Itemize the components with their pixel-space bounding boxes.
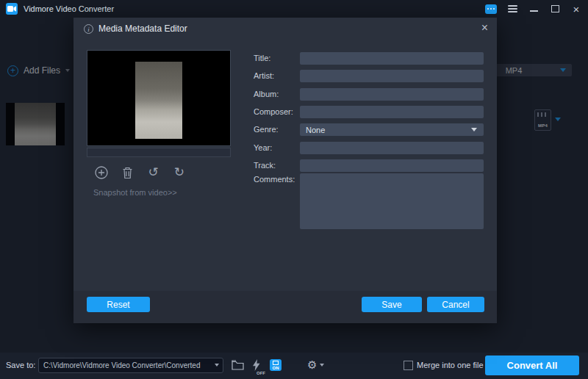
genre-label: Genre: xyxy=(254,123,279,136)
app-window: Vidmore Video Converter × + Add Files MP… xyxy=(0,0,588,379)
convert-all-button[interactable]: Convert All xyxy=(485,355,579,375)
dialog-close-icon[interactable]: × xyxy=(481,21,488,35)
cancel-button[interactable]: Cancel xyxy=(427,297,484,312)
track-input[interactable] xyxy=(300,159,484,172)
save-path-input[interactable] xyxy=(38,358,223,373)
snapshot-toolbar: ↺ ↻ xyxy=(94,164,187,181)
video-preview xyxy=(87,50,231,146)
year-label: Year: xyxy=(254,142,272,154)
feedback-icon[interactable] xyxy=(485,0,497,18)
artist-input[interactable] xyxy=(300,70,484,82)
snapshot-hint: Snapshot from video>> xyxy=(93,188,177,197)
save-to-label: Save to: xyxy=(6,361,35,369)
genre-caret-icon xyxy=(471,128,477,131)
comments-label: Comments: xyxy=(254,173,295,186)
close-button[interactable]: × xyxy=(570,0,582,18)
album-input[interactable] xyxy=(300,88,484,101)
settings-button[interactable]: ⚙ xyxy=(307,358,324,372)
genre-value: None xyxy=(304,126,325,134)
title-input[interactable] xyxy=(300,52,484,65)
rotate-right-icon[interactable]: ↻ xyxy=(172,165,187,181)
bottombar: Save to: OFF ON ⚙ Merge into one file Co… xyxy=(0,353,588,379)
composer-input[interactable] xyxy=(300,106,484,118)
merge-label: Merge into one file xyxy=(417,361,484,369)
merge-checkbox[interactable] xyxy=(404,361,413,370)
album-label: Album: xyxy=(254,88,279,101)
year-input[interactable] xyxy=(300,142,484,154)
app-title: Vidmore Video Converter xyxy=(24,4,114,13)
rotate-left-icon[interactable]: ↺ xyxy=(146,165,161,181)
comments-input[interactable] xyxy=(300,173,484,229)
titlebar-controls: × xyxy=(485,0,582,18)
track-label: Track: xyxy=(254,159,276,172)
dialog-title: Media Metadata Editor xyxy=(98,24,187,34)
maximize-button[interactable] xyxy=(549,0,561,18)
menu-icon[interactable] xyxy=(506,0,518,18)
reset-button[interactable]: Reset xyxy=(87,297,150,312)
metadata-editor-dialog: i Media Metadata Editor × ↺ ↻ Snapshot f… xyxy=(74,18,497,323)
delete-cover-icon[interactable] xyxy=(120,165,135,181)
add-cover-icon[interactable] xyxy=(94,165,109,181)
hw-on-label: ON xyxy=(270,366,282,370)
title-label: Title: xyxy=(254,52,270,65)
gear-icon: ⚙ xyxy=(307,358,317,372)
minimize-button[interactable] xyxy=(528,0,539,18)
app-logo-icon xyxy=(6,3,18,15)
hw-off-label: OFF xyxy=(257,371,265,375)
titlebar: Vidmore Video Converter × xyxy=(0,0,588,18)
composer-label: Composer: xyxy=(254,106,293,118)
save-button[interactable]: Save xyxy=(362,297,422,312)
info-icon: i xyxy=(84,24,93,34)
artist-label: Artist: xyxy=(254,70,274,82)
open-folder-icon[interactable] xyxy=(232,360,244,370)
high-speed-on-icon[interactable]: ON xyxy=(270,359,282,371)
video-frame xyxy=(135,62,182,139)
genre-select[interactable]: None xyxy=(300,123,484,136)
hardware-accel-off-icon[interactable]: OFF xyxy=(252,359,260,374)
settings-caret-icon xyxy=(320,364,324,367)
save-path-field xyxy=(38,358,223,373)
path-caret-icon[interactable] xyxy=(215,364,219,367)
preview-strip xyxy=(87,148,231,157)
